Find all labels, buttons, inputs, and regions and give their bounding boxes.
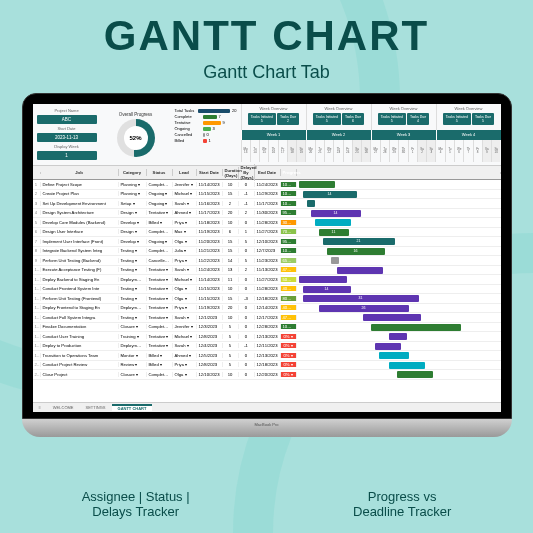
cell-category[interactable]: Closure ▾ <box>119 324 147 329</box>
cell-category[interactable]: Planning ▾ <box>119 191 147 196</box>
table-row[interactable]: 6 Design User Interface Design ▾ Complet… <box>33 228 501 238</box>
cell-duration[interactable]: 10 <box>223 315 239 320</box>
cell-job[interactable]: Finalize Documentation <box>41 324 119 329</box>
cell-end-date[interactable]: 12/17/2023 <box>255 315 281 320</box>
col-job[interactable]: Job <box>41 169 119 176</box>
table-row[interactable]: 14 Deploy Frontend to Staging En Deploym… <box>33 304 501 314</box>
cell-job[interactable]: Create Project Plan <box>41 191 119 196</box>
cell-duration[interactable]: 6 <box>223 229 239 234</box>
cell-job[interactable]: Integrate Backend System Integ <box>41 248 119 253</box>
cell-delayed[interactable]: -3 <box>239 296 255 301</box>
col-start-date[interactable]: Start Date <box>197 169 223 176</box>
gantt-bar[interactable] <box>299 181 335 188</box>
cell-end-date[interactable]: 12/14/2023 <box>255 305 281 310</box>
gantt-bar[interactable] <box>389 362 425 369</box>
cell-duration[interactable]: 10 <box>223 286 239 291</box>
cell-lead[interactable]: Olga ▾ <box>173 372 197 377</box>
cell-job[interactable]: Perform Unit Testing (Frontend) <box>41 296 119 301</box>
cell-delayed[interactable]: 0 <box>239 286 255 291</box>
cell-delayed[interactable]: 2 <box>239 267 255 272</box>
cell-progress[interactable]: 100% ▾ <box>281 191 297 196</box>
start-date-value[interactable]: 2023-11-13 <box>37 133 97 142</box>
table-row[interactable]: 21 Close Project Closure ▾ Complete ▾ Ol… <box>33 370 501 380</box>
cell-start-date[interactable]: 11/24/2023 <box>197 267 223 272</box>
cell-job[interactable]: Close Project <box>41 372 119 377</box>
cell-category[interactable]: Training ▾ <box>119 334 147 339</box>
cell-progress[interactable]: 100% ▾ <box>281 248 297 253</box>
cell-duration[interactable]: 13 <box>223 267 239 272</box>
cell-progress[interactable]: 95% ▾ <box>281 239 297 244</box>
cell-job[interactable]: Implement User Interface (Front) <box>41 239 119 244</box>
cell-start-date[interactable]: 11/22/2023 <box>197 258 223 263</box>
col-delayed[interactable]: Delayed By (Days) <box>239 164 255 181</box>
cell-lead[interactable]: Julia ▾ <box>173 248 197 253</box>
cell-start-date[interactable]: 11/14/2023 <box>197 182 223 187</box>
cell-end-date[interactable]: 12/28/2023 <box>255 324 281 329</box>
cell-status[interactable]: Ongoing ▾ <box>147 239 173 244</box>
cell-end-date[interactable]: 12/20/2023 <box>255 372 281 377</box>
cell-status[interactable]: Tentative ▾ <box>147 296 173 301</box>
table-row[interactable]: 4 Design System Architecture Design ▾ Te… <box>33 209 501 219</box>
cell-duration[interactable]: 5 <box>223 324 239 329</box>
cell-progress[interactable]: 100% ▾ <box>281 324 297 329</box>
cell-status[interactable]: Complete ▾ <box>147 182 173 187</box>
cell-status[interactable]: Tentative ▾ <box>147 315 173 320</box>
cell-category[interactable]: Testing ▾ <box>119 248 147 253</box>
cell-job[interactable]: Conduct User Training <box>41 334 119 339</box>
cell-start-date[interactable]: 11/18/2023 <box>197 220 223 225</box>
cell-delayed[interactable]: -1 <box>239 191 255 196</box>
cell-progress[interactable]: 40% ▾ <box>281 286 297 291</box>
col-duration[interactable]: Duration (Days) <box>223 167 239 179</box>
cell-status[interactable]: Complete ▾ <box>147 229 173 234</box>
gantt-bar[interactable] <box>375 343 401 350</box>
cell-delayed[interactable]: 1 <box>239 229 255 234</box>
cell-end-date[interactable]: 11/17/2023 <box>255 201 281 206</box>
cell-category[interactable]: Design ▾ <box>119 229 147 234</box>
cell-progress[interactable]: 47% ▾ <box>281 315 297 320</box>
gantt-bar[interactable] <box>307 200 315 207</box>
table-row[interactable]: 10 Execute Acceptance Testing (F) Testin… <box>33 266 501 276</box>
cell-job[interactable]: Deploy Frontend to Staging En <box>41 305 119 310</box>
cell-job[interactable]: Conduct Frontend System Inte <box>41 286 119 291</box>
cell-progress[interactable]: 100% ▾ <box>281 201 297 206</box>
cell-progress[interactable]: 47% ▾ <box>281 267 297 272</box>
cell-lead[interactable]: Priya ▾ <box>173 305 197 310</box>
gantt-bar[interactable] <box>363 314 421 321</box>
cell-category[interactable]: Testing ▾ <box>119 286 147 291</box>
cell-end-date[interactable]: 11/28/2023 <box>255 220 281 225</box>
cell-lead[interactable]: Ahmed ▾ <box>173 353 197 358</box>
table-row[interactable]: 3 Set Up Development Environment Setup ▾… <box>33 199 501 209</box>
table-row[interactable]: 15 Conduct Full System Integra Testing ▾… <box>33 313 501 323</box>
cell-status[interactable]: Tentative ▾ <box>147 277 173 282</box>
cell-delayed[interactable]: 5 <box>239 258 255 263</box>
cell-start-date[interactable]: 12/10/2023 <box>197 372 223 377</box>
cell-category[interactable]: Setup ▾ <box>119 201 147 206</box>
cell-progress[interactable]: 30% ▾ <box>281 220 297 225</box>
col-progress[interactable]: Progress <box>281 169 297 176</box>
gantt-table[interactable]: Job Category Status Lead Start Date Dura… <box>33 166 501 380</box>
cell-job[interactable]: Conduct Full System Integra <box>41 315 119 320</box>
cell-end-date[interactable]: 11/23/2023 <box>255 258 281 263</box>
cell-job[interactable]: Set Up Development Environment <box>41 201 119 206</box>
gantt-bar[interactable]: 11 <box>319 229 349 236</box>
cell-start-date[interactable]: 11/14/2023 <box>197 277 223 282</box>
gantt-bar[interactable]: 14 <box>303 191 357 198</box>
cell-progress[interactable]: 0% ▾ <box>281 372 297 377</box>
cell-category[interactable]: Testing ▾ <box>119 315 147 320</box>
cell-category[interactable]: Monitor ▾ <box>119 353 147 358</box>
cell-status[interactable]: Cancelled ▾ <box>147 258 173 263</box>
cell-category[interactable]: Testing ▾ <box>119 267 147 272</box>
col-lead[interactable]: Lead <box>173 169 197 176</box>
cell-duration[interactable]: 15 <box>223 296 239 301</box>
gantt-bar[interactable]: 31 <box>303 295 419 302</box>
cell-end-date[interactable]: 11/30/2023 <box>255 210 281 215</box>
cell-end-date[interactable]: 12/11/2023 <box>255 343 281 348</box>
gantt-bar[interactable]: 14 <box>311 210 361 217</box>
cell-lead[interactable]: Max ▾ <box>173 229 197 234</box>
cell-start-date[interactable]: 11/15/2023 <box>197 296 223 301</box>
spreadsheet-viewport[interactable]: Project Name ABC Start Date 2023-11-13 D… <box>33 104 501 412</box>
cell-duration[interactable]: 10 <box>223 182 239 187</box>
cell-delayed[interactable]: 5 <box>239 239 255 244</box>
gantt-bar[interactable] <box>315 219 351 226</box>
gantt-bar[interactable] <box>337 267 383 274</box>
